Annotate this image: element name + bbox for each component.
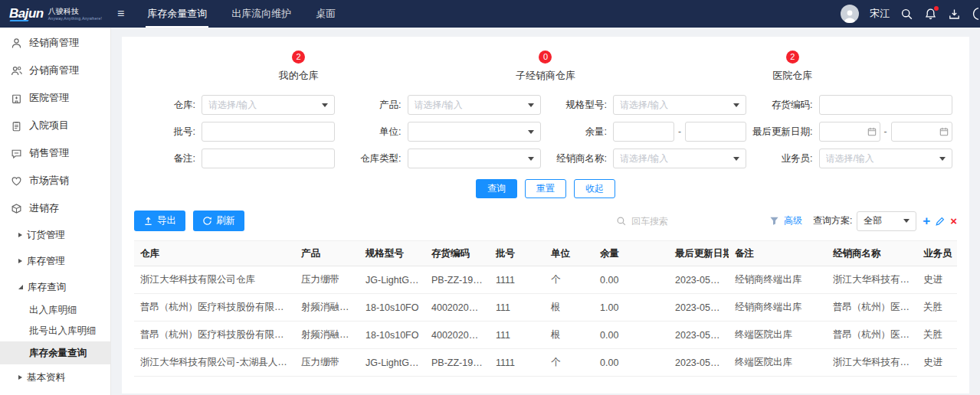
column-header: 批号 xyxy=(490,241,545,266)
spec-model-select[interactable]: 请选择/输入 xyxy=(613,95,746,115)
filter-actions: 查询 重置 收起 xyxy=(134,179,957,198)
column-header: 备注 xyxy=(729,241,827,266)
stat-my-warehouse[interactable]: 2 我的仓库 xyxy=(279,51,319,83)
sidebar-item-order-mgmt[interactable]: 订货管理 xyxy=(0,222,110,248)
table-row[interactable]: 普昂（杭州）医疗科技股份有限公司仓库 射频消融用针... 18-10s10FO … xyxy=(134,294,957,322)
sidebar-item-stock-query[interactable]: 库存查询 xyxy=(0,274,110,300)
chevron-down-icon xyxy=(322,103,328,107)
top-tabs: 库存余量查询 出库流向维护 桌面 xyxy=(135,0,348,28)
add-scheme-icon[interactable]: + xyxy=(923,214,930,227)
sidebar-item-inventory[interactable]: 进销存 xyxy=(0,194,110,222)
refresh-icon xyxy=(202,216,212,226)
table-row[interactable]: 浙江大华科技有限公司-太湖县人民医院... 压力绷带 JG-LightGrey.… xyxy=(134,349,957,377)
column-header: 单位 xyxy=(545,241,594,266)
calendar-icon[interactable] xyxy=(867,127,877,136)
export-button[interactable]: 导出 xyxy=(134,211,185,231)
menu-toggle-icon[interactable]: ≡ xyxy=(111,7,135,21)
field-last-update-date: 最后更新日期: - xyxy=(752,122,958,142)
collapse-button[interactable]: 收起 xyxy=(574,179,615,198)
advanced-filter: 高级 查询方案: 全部 + × xyxy=(769,211,957,231)
sidebar-item-inout-detail[interactable]: 出入库明细 xyxy=(0,300,110,321)
column-header: 经销商名称 xyxy=(827,241,917,266)
sidebar-item-inventory-balance-query[interactable]: 库存余量查询 xyxy=(0,341,110,364)
column-header: 存货编码 xyxy=(425,241,490,266)
table-row[interactable]: 浙江大华科技有限公司仓库 压力绷带 JG-LightGrey... PB-ZZ-… xyxy=(134,266,957,294)
notification-dot xyxy=(934,6,939,11)
funnel-icon[interactable] xyxy=(769,216,779,226)
brand-tagline: Anyway,Anything,Anywhere! xyxy=(48,16,103,21)
field-spec-model: 规格型号: 请选择/输入 xyxy=(546,95,752,115)
search-button[interactable]: 查询 xyxy=(476,179,517,198)
warehouse-select[interactable]: 请选择/输入 xyxy=(202,95,335,115)
chevron-down-icon xyxy=(939,157,946,161)
column-header: 产品 xyxy=(295,241,359,266)
batch-no-input[interactable] xyxy=(202,122,335,142)
table-row[interactable]: 普昂（杭州）医疗科技股份有限公司-安... 射频消融用针... 18-10s10… xyxy=(134,322,957,349)
field-product: 产品: 请选择/输入 xyxy=(340,95,546,115)
remaining-min-input[interactable] xyxy=(613,122,674,142)
sidebar-item-distributor-mgmt[interactable]: 分销商管理 xyxy=(0,57,110,84)
sidebar-item-stock-mgmt[interactable]: 库存管理 xyxy=(0,248,110,274)
search-icon[interactable] xyxy=(900,8,913,21)
app-logo[interactable]: Bajun 八骏科技 Anyway,Anything,Anywhere! xyxy=(0,6,111,21)
unit-select[interactable] xyxy=(408,122,541,142)
search-icon xyxy=(616,216,627,227)
count-badge: 0 xyxy=(539,51,552,64)
warehouse-stats: 2 我的仓库 0 子经销商仓库 2 医院仓库 xyxy=(134,49,957,83)
help-icon[interactable] xyxy=(972,6,978,21)
avatar[interactable] xyxy=(841,5,859,23)
field-remark: 备注: xyxy=(134,149,340,168)
sidebar-item-basic-data[interactable]: 基本资料 xyxy=(0,364,110,390)
sidebar-item-hospital-mgmt[interactable]: 医院管理 xyxy=(0,84,110,112)
column-header: 余量 xyxy=(594,241,669,266)
remaining-range: - xyxy=(613,122,746,142)
sidebar-item-batch-inout-detail[interactable]: 批号出入库明细 xyxy=(0,321,110,341)
table-search-input[interactable] xyxy=(631,216,716,227)
chat-icon xyxy=(11,148,22,159)
chevron-right-icon xyxy=(18,233,22,237)
edit-scheme-icon[interactable] xyxy=(935,216,946,227)
scheme-select[interactable]: 全部 xyxy=(857,211,916,231)
app-window: Bajun 八骏科技 Anyway,Anything,Anywhere! ≡ 库… xyxy=(0,0,980,395)
column-header: 仓库 xyxy=(134,241,295,266)
stat-hospital-warehouse[interactable]: 2 医院仓库 xyxy=(772,51,812,83)
download-icon[interactable] xyxy=(948,8,961,21)
advanced-link[interactable]: 高级 xyxy=(784,214,802,227)
tab-inventory-balance[interactable]: 库存余量查询 xyxy=(135,0,219,28)
date-from-box xyxy=(819,122,880,142)
sidebar-item-dealer-mgmt[interactable]: 经销商管理 xyxy=(0,29,110,57)
chevron-expanded-icon xyxy=(18,285,23,289)
body-row: 经销商管理 分销商管理 医院管理 入院项目 销售管理 市场营销 xyxy=(0,28,980,395)
calendar-icon[interactable] xyxy=(939,127,949,136)
sidebar-item-admission-project[interactable]: 入院项目 xyxy=(0,112,110,139)
topbar-right: 宋江 xyxy=(841,5,980,23)
salesman-select[interactable]: 请选择/输入 xyxy=(819,149,952,168)
filter-form: 仓库: 请选择/输入 产品: 请选择/输入 xyxy=(134,95,957,168)
chevron-down-icon xyxy=(528,103,534,107)
bell-icon[interactable] xyxy=(924,8,937,21)
stat-sub-dealer-warehouse[interactable]: 0 子经销商仓库 xyxy=(516,51,575,83)
dealer-name-select[interactable]: 请选择/输入 xyxy=(613,149,746,168)
chevron-right-icon xyxy=(18,259,22,263)
topbar: Bajun 八骏科技 Anyway,Anything,Anywhere! ≡ 库… xyxy=(0,0,980,28)
chevron-down-icon xyxy=(733,157,739,161)
box-icon xyxy=(11,203,22,214)
main-content: 2 我的仓库 0 子经销商仓库 2 医院仓库 xyxy=(111,28,980,395)
refresh-button[interactable]: 刷新 xyxy=(193,211,244,231)
reset-button[interactable]: 重置 xyxy=(525,179,566,198)
stock-code-input[interactable] xyxy=(819,95,952,115)
sidebar-item-sales-mgmt[interactable]: 销售管理 xyxy=(0,139,110,167)
remark-input[interactable] xyxy=(202,149,335,168)
product-select[interactable]: 请选择/输入 xyxy=(408,95,541,115)
tab-desktop[interactable]: 桌面 xyxy=(303,0,348,28)
user-name[interactable]: 宋江 xyxy=(870,7,890,21)
field-warehouse-type: 仓库类型: xyxy=(340,149,546,168)
remaining-max-input[interactable] xyxy=(685,122,746,142)
tab-outbound-flow[interactable]: 出库流向维护 xyxy=(219,0,303,28)
sidebar-item-marketing[interactable]: 市场营销 xyxy=(0,167,110,194)
heart-icon xyxy=(11,175,22,187)
warehouse-type-select[interactable] xyxy=(408,149,541,168)
table-toolbar: 导出 刷新 高级 查询方案: 全部 xyxy=(134,211,957,231)
delete-scheme-icon[interactable]: × xyxy=(950,215,957,227)
table-header-row: 仓库 产品 规格型号 存货编码 批号 单位 余量 最后更新日期 备注 经销商名称… xyxy=(134,241,957,266)
